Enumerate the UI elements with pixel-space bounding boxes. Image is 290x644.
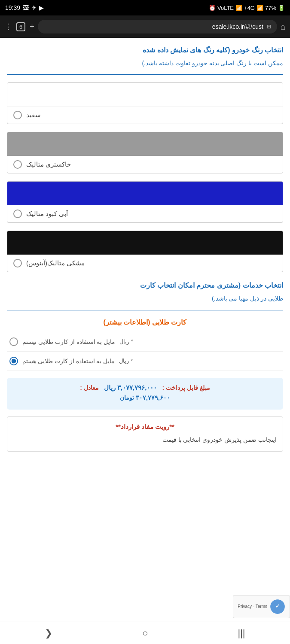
signal-icon: 📶: [256, 5, 263, 11]
network-4g: 4G+: [244, 5, 255, 11]
rial-no: ° ریال: [119, 338, 133, 345]
recaptcha-logo-icon: ✓: [270, 599, 285, 614]
alarm-icon: ⏰: [209, 5, 216, 11]
color-swatch-black: [7, 231, 283, 255]
page-content: انتخاب رنگ خودرو (کلیه رنگ های نمایش داد…: [0, 38, 290, 460]
browser-actions: + 6 ⋮: [4, 22, 34, 31]
radio-black[interactable]: [13, 259, 22, 267]
gold-yes-label: مایل به استفاده از کارت طلایی هستم: [22, 358, 115, 365]
gold-option-yes[interactable]: ° ریال مایل به استفاده از کارت طلایی هست…: [7, 352, 283, 371]
color-card-silver[interactable]: خاکستری متالیک: [7, 132, 283, 173]
color-divider: [7, 74, 283, 75]
contract-text: اینجانب ضمن پذیرش خودروی انتخابی با قیمت: [13, 435, 277, 445]
status-right: ▶ ✈ 🖼 19:39: [5, 4, 44, 11]
contract-title: **رویت مفاد قرارداد**: [13, 423, 277, 431]
color-card-black[interactable]: مشکی متالیک(آبنوس): [7, 231, 283, 272]
security-icon: ⊞: [267, 24, 271, 30]
color-label-row-silver[interactable]: خاکستری متالیک: [7, 156, 283, 173]
radio-white[interactable]: [13, 111, 22, 119]
color-subtitle: ممکن است با رنگ اصلی بدنه خودرو تفاوت دا…: [7, 58, 283, 69]
battery-icon: 🔋: [278, 5, 285, 11]
nav-menu-button[interactable]: |||: [229, 624, 253, 642]
nav-back-button[interactable]: ❮: [36, 624, 61, 642]
color-label-black: مشکی متالیک(آبنوس): [26, 259, 85, 267]
tab-count-icon[interactable]: 6: [16, 22, 25, 31]
services-title: انتخاب خدمات (مشتری محترم امکان انتخاب ک…: [7, 280, 283, 291]
services-divider: [7, 310, 283, 310]
payment-amount: ۳,۰۷۷,۷۹۶,۰۰۰ ریال: [104, 384, 157, 392]
svg-text:✓: ✓: [275, 603, 280, 609]
color-card-blue[interactable]: آبی کبود متالیک: [7, 181, 283, 223]
color-label-white: سفید: [26, 111, 41, 119]
more-options-icon[interactable]: ⋮: [4, 22, 12, 31]
radio-blue[interactable]: [13, 210, 22, 218]
معادل-label: معادل :: [80, 384, 99, 391]
network-volte: VoLTE: [217, 5, 234, 11]
payment-line-2: ۳۰۷,۷۷۹,۶۰۰ تومان: [14, 394, 276, 401]
gold-card-section: کارت طلایی (اطلاعات بیشتر) ° ریال مایل ب…: [7, 318, 283, 371]
gold-no-label: مایل به استفاده از کارت طلایی نیستم: [22, 338, 115, 345]
color-label-row-white[interactable]: سفید: [7, 106, 283, 124]
status-bar: 🔋 77% 📶 4G+ 📶 VoLTE ⏰ ▶ ✈ 🖼 19:39: [0, 0, 290, 15]
color-swatch-white: [7, 83, 283, 106]
color-swatch-silver: [7, 132, 283, 156]
color-swatch-blue: [7, 182, 283, 205]
home-icon[interactable]: ⌂: [281, 22, 286, 32]
color-label-silver: خاکستری متالیک: [26, 161, 71, 168]
color-selection-header: انتخاب رنگ خودرو (کلیه رنگ های نمایش داد…: [7, 45, 283, 75]
rial-yes: ° ریال: [119, 358, 133, 364]
color-label-blue: آبی کبود متالیک: [26, 210, 68, 218]
payment-toman: ۳۰۷,۷۷۹,۶۰۰ تومان: [120, 394, 170, 401]
status-left: 🔋 77% 📶 4G+ 📶 VoLTE ⏰: [209, 5, 285, 11]
payment-box: مبلغ قابل پرداخت : ۳,۰۷۷,۷۹۶,۰۰۰ ریال مع…: [7, 378, 283, 410]
signal-icon2: 📶: [235, 5, 242, 11]
gold-option-no[interactable]: ° ریال مایل به استفاده از کارت طلایی نیس…: [7, 332, 283, 352]
services-subtitle: طلایی در ذیل مهیا می باشد.): [7, 294, 283, 304]
radio-yes-gold[interactable]: [9, 357, 18, 365]
radio-silver[interactable]: [13, 160, 22, 169]
contract-box: **رویت مفاد قرارداد** اینجانب ضمن پذیرش …: [7, 416, 283, 452]
color-title: انتخاب رنگ خودرو (کلیه رنگ های نمایش داد…: [7, 45, 283, 56]
recaptcha-text: Privacy - Terms: [238, 604, 267, 610]
new-tab-icon[interactable]: +: [30, 22, 34, 31]
payment-label: مبلغ قابل پرداخت :: [162, 384, 210, 391]
youtube-icon: ▶: [39, 4, 44, 11]
url-text: esale.ikco.ir/#!/cust: [212, 23, 263, 30]
services-section: انتخاب خدمات (مشتری محترم امکان انتخاب ک…: [7, 280, 283, 310]
recaptcha-widget: ✓ Privacy - Terms: [233, 595, 290, 618]
gallery-icon: 🖼: [23, 4, 29, 11]
color-label-row-black[interactable]: مشکی متالیک(آبنوس): [7, 255, 283, 272]
radio-no-gold[interactable]: [9, 337, 18, 346]
nav-home-button[interactable]: ○: [134, 624, 156, 642]
payment-line-1: مبلغ قابل پرداخت : ۳,۰۷۷,۷۹۶,۰۰۰ ریال مع…: [14, 384, 276, 392]
color-label-row-blue[interactable]: آبی کبود متالیک: [7, 205, 283, 222]
clock-time: 19:39: [5, 4, 20, 11]
browser-bar: ⌂ ⊞ esale.ikco.ir/#!/cust + 6 ⋮: [0, 15, 290, 38]
url-bar[interactable]: ⊞ esale.ikco.ir/#!/cust: [38, 20, 277, 33]
telegram-icon: ✈: [31, 4, 37, 11]
gold-card-title: کارت طلایی (اطلاعات بیشتر): [7, 318, 283, 326]
battery-percent: 77%: [265, 5, 276, 11]
bottom-nav: ||| ○ ❮: [0, 622, 290, 644]
color-card-white[interactable]: سفید: [7, 82, 283, 124]
